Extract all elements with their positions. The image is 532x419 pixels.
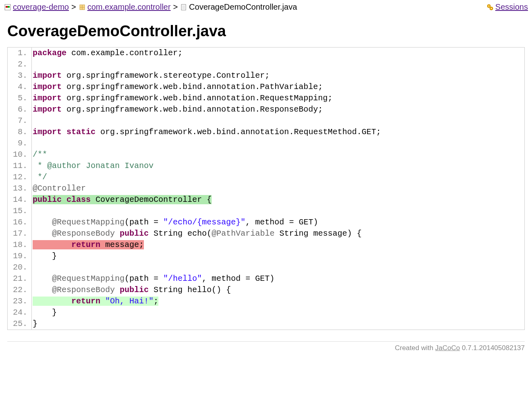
code-line: 12 */ xyxy=(8,172,524,183)
line-number: 24 xyxy=(8,307,32,318)
line-number: 12 xyxy=(8,172,32,183)
breadcrumb-separator: > xyxy=(71,2,76,12)
code-line: 24 } xyxy=(8,307,524,318)
code-line: 17 @ResponseBody public String echo(@Pat… xyxy=(8,228,524,239)
code-content: import org.springframework.stereotype.Co… xyxy=(32,70,524,81)
code-line: 20 xyxy=(8,262,524,273)
footer-version: 0.7.1.201405082137 xyxy=(460,344,525,352)
code-content: return message; xyxy=(32,239,524,251)
code-content: import org.springframework.web.bind.anno… xyxy=(32,81,524,93)
code-line: 7 xyxy=(8,115,524,127)
svg-point-11 xyxy=(488,5,490,6)
line-number: 15 xyxy=(8,205,32,217)
source-code: 1package com.example.controller;2 3impor… xyxy=(7,47,525,330)
line-number: 9 xyxy=(8,138,32,149)
svg-rect-1 xyxy=(6,6,8,8)
code-line: 9 xyxy=(8,138,524,149)
line-number: 6 xyxy=(8,104,32,115)
code-content xyxy=(32,205,524,217)
line-number: 14 xyxy=(8,194,32,205)
code-content: @Controller xyxy=(32,183,524,194)
code-content xyxy=(32,115,524,127)
code-content xyxy=(32,59,524,70)
code-line: 25} xyxy=(8,318,524,330)
code-line: 23 return "Oh, Hai!"; xyxy=(8,296,524,307)
code-line: 6import org.springframework.web.bind.ann… xyxy=(8,104,524,115)
breadcrumb-separator: > xyxy=(173,2,178,12)
code-content: import org.springframework.web.bind.anno… xyxy=(32,104,524,115)
line-number: 3 xyxy=(8,70,32,81)
breadcrumb-current: CoverageDemoController.java xyxy=(189,2,297,12)
code-content: import static org.springframework.web.bi… xyxy=(32,127,524,138)
line-number: 1 xyxy=(8,48,32,59)
line-number: 10 xyxy=(8,149,32,160)
footer: Created with JaCoCo 0.7.1.201405082137 xyxy=(7,341,525,352)
code-line: 18 return message; xyxy=(8,239,524,251)
package-icon xyxy=(79,4,86,11)
breadcrumb-link-package[interactable]: com.example.controller xyxy=(87,2,171,12)
breadcrumb-link-project[interactable]: coverage-demo xyxy=(13,2,69,12)
line-number: 18 xyxy=(8,239,32,251)
line-number: 20 xyxy=(8,262,32,273)
line-number: 8 xyxy=(8,127,32,138)
sessions-link[interactable]: Sessions xyxy=(495,2,528,12)
line-number: 13 xyxy=(8,183,32,194)
code-content xyxy=(32,262,524,273)
code-content: @RequestMapping(path = "/hello", method … xyxy=(32,273,524,284)
code-line: 1package com.example.controller; xyxy=(8,48,524,59)
svg-rect-2 xyxy=(8,6,10,8)
footer-prefix: Created with xyxy=(395,344,435,352)
code-line: 3import org.springframework.stereotype.C… xyxy=(8,70,524,81)
code-content: @ResponseBody public String hello() { xyxy=(32,284,524,296)
line-number: 2 xyxy=(8,59,32,70)
code-content xyxy=(32,138,524,149)
line-number: 25 xyxy=(8,318,32,330)
code-line: 5import org.springframework.web.bind.ann… xyxy=(8,93,524,104)
line-number: 16 xyxy=(8,217,32,228)
code-content: return "Oh, Hai!"; xyxy=(32,296,524,307)
code-line: 21 @RequestMapping(path = "/hello", meth… xyxy=(8,273,524,284)
line-number: 17 xyxy=(8,228,32,239)
code-content: /** xyxy=(32,149,524,160)
gear-icon xyxy=(486,4,494,11)
jacoco-link[interactable]: JaCoCo xyxy=(435,344,460,352)
code-content: * @author Jonatan Ivanov xyxy=(32,160,524,172)
code-line: 16 @RequestMapping(path = "/echo/{messag… xyxy=(8,217,524,228)
code-content: public class CoverageDemoController { xyxy=(32,194,524,205)
code-line: 13@Controller xyxy=(8,183,524,194)
code-line: 11 * @author Jonatan Ivanov xyxy=(8,160,524,172)
code-line: 22 @ResponseBody public String hello() { xyxy=(8,284,524,296)
code-content: } xyxy=(32,251,524,262)
line-number: 4 xyxy=(8,81,32,93)
code-content: */ xyxy=(32,172,524,183)
breadcrumb-bar: coverage-demo > com.example.controller >… xyxy=(0,0,532,15)
code-line: 10/** xyxy=(8,149,524,160)
code-content: @ResponseBody public String echo(@PathVa… xyxy=(32,228,524,239)
line-number: 5 xyxy=(8,93,32,104)
svg-point-13 xyxy=(491,8,492,9)
code-line: 14public class CoverageDemoController { xyxy=(8,194,524,205)
code-content: } xyxy=(32,307,524,318)
code-content: import org.springframework.web.bind.anno… xyxy=(32,93,524,104)
page-title: CoverageDemoController.java xyxy=(7,23,525,40)
code-content: package com.example.controller; xyxy=(32,48,524,59)
sessions-link-container: Sessions xyxy=(486,2,528,12)
line-number: 7 xyxy=(8,115,32,127)
report-icon xyxy=(4,4,11,11)
line-number: 19 xyxy=(8,251,32,262)
breadcrumb: coverage-demo > com.example.controller >… xyxy=(4,2,486,12)
code-content: } xyxy=(32,318,524,330)
code-line: 15 xyxy=(8,205,524,217)
code-line: 8import static org.springframework.web.b… xyxy=(8,127,524,138)
code-line: 2 xyxy=(8,59,524,70)
line-number: 21 xyxy=(8,273,32,284)
code-line: 4import org.springframework.web.bind.ann… xyxy=(8,81,524,93)
line-number: 11 xyxy=(8,160,32,172)
code-line: 19 } xyxy=(8,251,524,262)
code-content: @RequestMapping(path = "/echo/{message}"… xyxy=(32,217,524,228)
line-number: 22 xyxy=(8,284,32,296)
line-number: 23 xyxy=(8,296,32,307)
file-icon xyxy=(180,4,187,11)
